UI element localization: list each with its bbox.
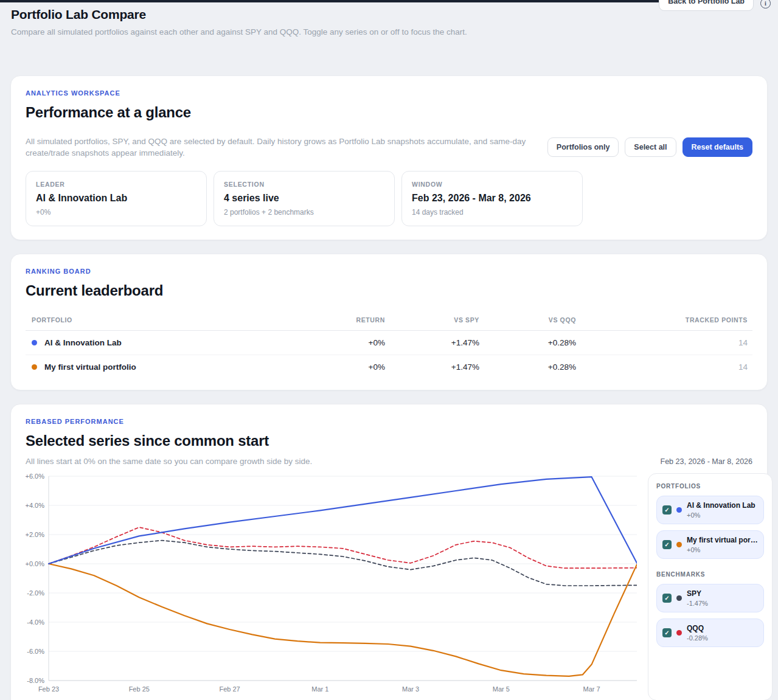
checkbox-checked-icon[interactable]: [662, 540, 672, 549]
stat-leader-sub: +0%: [36, 208, 196, 217]
leaderboard-header-row: Portfolio Return VS SPY VS QQQ Tracked p…: [26, 310, 752, 331]
legend-portfolios-header: Portfolios: [656, 483, 764, 490]
glance-description: All simulated portfolios, SPY, and QQQ a…: [26, 136, 547, 159]
table-row: AI & Innovation Lab +0% +1.47% +0.28% 14: [26, 331, 752, 355]
checkbox-checked-icon[interactable]: [662, 628, 672, 637]
leaderboard-card: Ranking board Current leaderboard Portfo…: [10, 254, 768, 390]
svg-text:Feb 27: Feb 27: [219, 685, 240, 693]
svg-text:-8.0%: -8.0%: [27, 677, 44, 684]
table-row: My first virtual portfolio +0% +1.47% +0…: [26, 355, 752, 379]
rebased-performance-card: Rebased performance Selected series sinc…: [10, 404, 768, 700]
series-dot: [676, 542, 682, 547]
legend-label: SPY: [687, 589, 708, 598]
svg-text:+6.0%: +6.0%: [26, 473, 44, 480]
svg-text:+4.0%: +4.0%: [26, 502, 44, 509]
svg-text:+0.0%: +0.0%: [26, 560, 44, 567]
glance-eyebrow: Analytics workspace: [26, 89, 752, 97]
stat-selection-label: Selection: [224, 181, 384, 188]
svg-text:+2.0%: +2.0%: [26, 531, 44, 538]
svg-text:-6.0%: -6.0%: [27, 648, 44, 655]
portfolio-name: My first virtual portfolio: [44, 362, 136, 372]
rebased-title: Selected series since common start: [26, 432, 752, 449]
svg-text:-2.0%: -2.0%: [27, 589, 44, 597]
col-return: Return: [312, 316, 385, 324]
vs-spy-value: +1.47%: [385, 362, 479, 372]
legend-item-my-first-virtual-portfolio[interactable]: My first virtual por… +0%: [656, 530, 764, 559]
performance-chart-svg: +6.0%+4.0%+2.0%+0.0%-2.0%-4.0%-6.0%-8.0%…: [26, 473, 637, 697]
stat-selection-value: 4 series live: [224, 193, 384, 204]
legend-value: +0%: [687, 546, 758, 553]
portfolios-only-button[interactable]: Portfolios only: [547, 137, 619, 157]
performance-glance-card: Analytics workspace Performance at a gla…: [10, 75, 768, 240]
svg-text:Mar 3: Mar 3: [402, 685, 419, 693]
col-vs-spy: VS SPY: [385, 316, 479, 324]
page-title: Portfolio Lab Compare: [11, 7, 767, 22]
leaderboard-table: Portfolio Return VS SPY VS QQQ Tracked p…: [26, 310, 752, 379]
stat-leader-value: AI & Innovation Lab: [36, 193, 196, 204]
series-dot: [676, 630, 682, 636]
stat-selection-sub: 2 portfolios + 2 benchmarks: [224, 208, 384, 217]
legend-item-qqq[interactable]: QQQ -0.28%: [656, 619, 764, 647]
legend-value: +0%: [687, 511, 755, 519]
rebased-date-range: Feb 23, 2026 - Mar 8, 2026: [661, 457, 752, 466]
stat-window-sub: 14 days tracked: [412, 208, 572, 217]
legend-item-spy[interactable]: SPY -1.47%: [656, 584, 764, 612]
stat-selection: Selection 4 series live 2 portfolios + 2…: [214, 171, 395, 226]
legend-benchmarks-header: Benchmarks: [656, 571, 764, 578]
series-dot: [676, 507, 682, 513]
svg-text:Mar 1: Mar 1: [311, 685, 328, 693]
checkbox-checked-icon[interactable]: [662, 594, 672, 603]
svg-text:-4.0%: -4.0%: [27, 619, 44, 626]
performance-chart: +6.0%+4.0%+2.0%+0.0%-2.0%-4.0%-6.0%-8.0%…: [26, 473, 637, 700]
legend-value: -1.47%: [687, 600, 708, 607]
vs-spy-value: +1.47%: [385, 338, 479, 347]
select-all-button[interactable]: Select all: [625, 137, 676, 157]
stat-window: Window Feb 23, 2026 - Mar 8, 2026 14 day…: [401, 171, 583, 226]
rebased-subtitle: All lines start at 0% on the same date s…: [26, 457, 312, 466]
back-to-portfolio-lab-button[interactable]: Back to Portfolio Lab: [659, 0, 754, 11]
rebased-eyebrow: Rebased performance: [26, 418, 752, 425]
stat-leader-label: Leader: [36, 181, 196, 188]
glance-title: Performance at a glance: [26, 104, 752, 121]
page-subtitle: Compare all simulated portfolios against…: [11, 27, 767, 36]
legend-item-ai-innovation-lab[interactable]: AI & Innovation Lab +0%: [656, 496, 764, 524]
legend-label: My first virtual por…: [687, 536, 758, 544]
leaderboard-eyebrow: Ranking board: [26, 268, 752, 275]
col-tracked-points: Tracked points: [576, 316, 748, 324]
legend-value: -0.28%: [687, 634, 708, 642]
stat-window-value: Feb 23, 2026 - Mar 8, 2026: [412, 193, 572, 204]
series-dot: [32, 340, 37, 345]
stat-window-label: Window: [412, 181, 572, 188]
svg-text:Feb 23: Feb 23: [38, 685, 59, 693]
reset-defaults-button[interactable]: Reset defaults: [682, 137, 752, 157]
return-value: +0%: [312, 362, 385, 372]
series-dot: [676, 595, 682, 601]
portfolio-name: AI & Innovation Lab: [44, 338, 122, 347]
col-portfolio: Portfolio: [32, 316, 312, 324]
tracked-points-value: 14: [576, 338, 748, 347]
stat-leader: Leader AI & Innovation Lab +0%: [26, 171, 207, 226]
series-dot: [32, 364, 37, 370]
legend-label: AI & Innovation Lab: [687, 501, 755, 510]
vs-qqq-value: +0.28%: [479, 362, 576, 372]
vs-qqq-value: +0.28%: [479, 338, 576, 347]
legend-label: QQQ: [687, 624, 708, 632]
chart-legend-panel: Portfolios AI & Innovation Lab +0% My fi…: [648, 473, 773, 700]
checkbox-checked-icon[interactable]: [662, 505, 672, 515]
tracked-points-value: 14: [576, 362, 748, 372]
return-value: +0%: [312, 338, 385, 347]
top-dark-bar: [0, 0, 661, 2]
leaderboard-title: Current leaderboard: [26, 282, 752, 299]
col-vs-qqq: VS QQQ: [479, 316, 576, 324]
svg-text:Feb 25: Feb 25: [129, 685, 150, 693]
svg-text:Mar 5: Mar 5: [493, 685, 510, 693]
svg-text:Mar 7: Mar 7: [583, 685, 600, 693]
